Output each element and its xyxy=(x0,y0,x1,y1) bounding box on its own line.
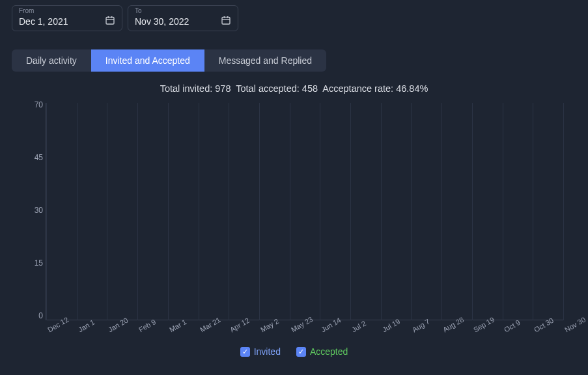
x-tick: Jul 2 xyxy=(350,319,367,333)
y-axis: 704530150 xyxy=(25,100,43,320)
grid-line xyxy=(137,103,138,320)
calendar-icon xyxy=(105,15,115,25)
y-tick: 45 xyxy=(35,153,43,162)
total-accepted-label: Total accepted: xyxy=(236,83,300,94)
grid-line xyxy=(320,103,320,320)
grid-line xyxy=(503,103,503,320)
date-to-label: To xyxy=(135,7,142,14)
tab-daily-activity[interactable]: Daily activity xyxy=(12,49,91,72)
tab-invited-accepted[interactable]: Invited and Accepted xyxy=(91,49,204,72)
bars-container xyxy=(46,103,563,320)
legend-accepted-label: Accepted xyxy=(310,346,348,357)
grid-line xyxy=(350,103,351,320)
legend-invited[interactable]: ✓ Invited xyxy=(240,346,281,357)
x-tick: Jan 1 xyxy=(77,318,96,334)
grid-line xyxy=(381,103,382,320)
grid-line xyxy=(229,103,229,320)
y-tick: 0 xyxy=(38,311,43,320)
grid-line xyxy=(290,103,290,320)
y-tick: 70 xyxy=(35,100,43,109)
chart-summary: Total invited: 978 Total accepted: 458 A… xyxy=(12,83,576,94)
chart-plot: Dec 12Jan 1Jan 20Feb 9Mar 1Mar 21Apr 12M… xyxy=(46,103,563,320)
total-accepted-value: 458 xyxy=(302,83,318,94)
checkbox-icon: ✓ xyxy=(296,347,306,357)
y-tick: 30 xyxy=(35,206,43,215)
tabs: Daily activity Invited and Accepted Mess… xyxy=(12,49,326,72)
grid-line xyxy=(199,103,199,320)
chart-area: 704530150 Dec 12Jan 1Jan 20Feb 9Mar 1Mar… xyxy=(31,100,568,335)
y-tick: 15 xyxy=(35,258,43,268)
date-to-field[interactable]: To Nov 30, 2022 xyxy=(128,5,238,31)
acceptance-rate-value: 46.84% xyxy=(396,83,428,94)
grid-line xyxy=(107,103,107,320)
grid-line xyxy=(533,103,533,320)
grid-line xyxy=(411,103,412,320)
tab-messaged-replied[interactable]: Messaged and Replied xyxy=(204,49,326,72)
legend-accepted[interactable]: ✓ Accepted xyxy=(296,346,348,357)
date-to-value: Nov 30, 2022 xyxy=(135,16,189,27)
svg-rect-1 xyxy=(222,17,230,24)
grid-line xyxy=(77,103,77,320)
grid-line xyxy=(46,103,47,320)
x-tick: Nov 30 xyxy=(563,316,587,334)
chart-legend: ✓ Invited ✓ Accepted xyxy=(12,346,576,357)
date-from-field[interactable]: From Dec 1, 2021 xyxy=(12,5,122,31)
date-from-value: Dec 1, 2021 xyxy=(19,16,68,27)
x-tick: Oct 9 xyxy=(503,318,522,334)
grid-line xyxy=(259,103,260,320)
grid-line xyxy=(472,103,473,320)
grid-line xyxy=(441,103,442,320)
total-invited-value: 978 xyxy=(215,83,231,94)
grid-line xyxy=(563,103,564,320)
calendar-icon xyxy=(221,15,231,25)
date-from-label: From xyxy=(19,7,34,14)
legend-invited-label: Invited xyxy=(254,346,281,357)
svg-rect-0 xyxy=(106,17,114,24)
grid-line xyxy=(168,103,169,320)
checkbox-icon: ✓ xyxy=(240,347,250,357)
total-invited-label: Total invited: xyxy=(160,83,213,94)
acceptance-rate-label: Acceptance rate: xyxy=(322,83,393,94)
